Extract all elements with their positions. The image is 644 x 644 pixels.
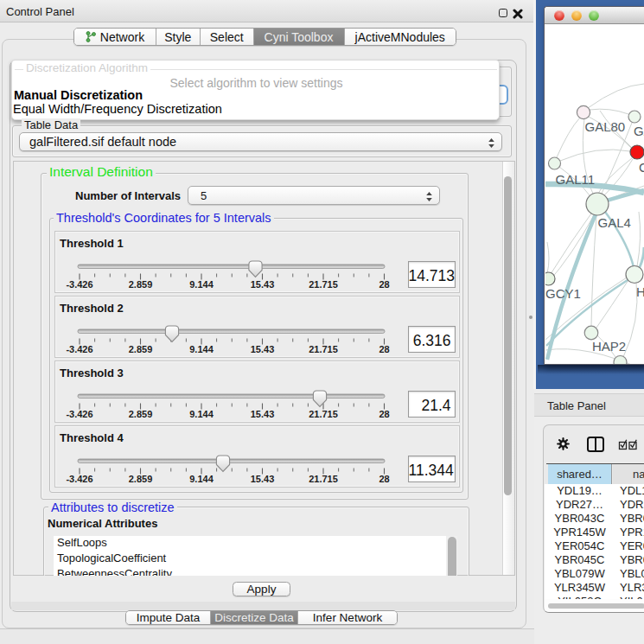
- svg-text:C: C: [639, 160, 644, 175]
- svg-text:9.144: 9.144: [189, 474, 214, 484]
- svg-text:2.859: 2.859: [129, 474, 153, 484]
- svg-text:21.715: 21.715: [309, 344, 338, 354]
- svg-text:9.144: 9.144: [189, 409, 214, 419]
- svg-text:HAP2: HAP2: [592, 339, 626, 354]
- svg-text:GAL4: GAL4: [598, 215, 631, 230]
- svg-text:21.715: 21.715: [309, 409, 338, 419]
- svg-text:H: H: [636, 284, 644, 299]
- svg-text:15.43: 15.43: [251, 409, 275, 419]
- svg-text:9.144: 9.144: [189, 279, 214, 290]
- svg-text:15.43: 15.43: [251, 344, 275, 354]
- svg-text:15.43: 15.43: [251, 474, 275, 484]
- svg-text:9.144: 9.144: [189, 344, 214, 354]
- svg-text:-3.426: -3.426: [66, 344, 92, 354]
- svg-text:28: 28: [379, 409, 389, 419]
- svg-text:28: 28: [379, 344, 389, 354]
- svg-text:2.859: 2.859: [129, 279, 153, 290]
- svg-text:GCY1: GCY1: [545, 286, 581, 301]
- svg-text:-3.426: -3.426: [66, 409, 92, 419]
- svg-text:GAL11: GAL11: [556, 172, 596, 187]
- svg-text:2.859: 2.859: [129, 409, 153, 419]
- svg-text:GAL80: GAL80: [585, 119, 626, 134]
- svg-text:28: 28: [379, 279, 389, 290]
- svg-text:2.859: 2.859: [129, 344, 153, 354]
- svg-text:28: 28: [379, 474, 389, 484]
- svg-text:GA: GA: [634, 124, 644, 138]
- svg-text:15.43: 15.43: [251, 279, 275, 290]
- svg-text:21.715: 21.715: [309, 279, 338, 290]
- svg-text:21.715: 21.715: [309, 474, 338, 484]
- svg-text:-3.426: -3.426: [66, 474, 92, 484]
- svg-text:-3.426: -3.426: [66, 279, 92, 290]
